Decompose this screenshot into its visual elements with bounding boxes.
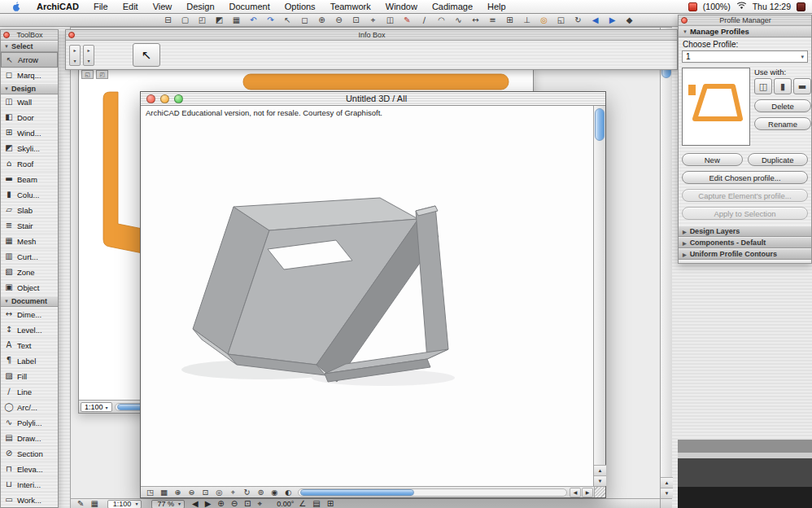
scroll-left-icon[interactable]: ◀ (570, 488, 581, 497)
pane-split-icon[interactable]: ◰ (96, 70, 108, 79)
scroll-down-icon[interactable]: ▼ (661, 488, 673, 498)
snap-guides-icon[interactable]: ◎ (536, 15, 552, 26)
resize-grip[interactable] (594, 487, 605, 497)
scale-popup[interactable]: 1:100 (81, 402, 112, 412)
rotate-icon[interactable]: ↻ (570, 15, 586, 26)
close-palette-button[interactable] (3, 32, 10, 38)
horizontal-scrollbar[interactable] (298, 488, 567, 497)
pane-split-icon[interactable]: ◱ (81, 70, 94, 79)
shadow-toggle-icon[interactable]: ◐ (282, 488, 295, 497)
grid-icon[interactable]: ⊞ (325, 500, 338, 508)
toolbox-item-fill[interactable]: ▨ Fill (1, 369, 58, 384)
toolbox-item-curtain-wall[interactable]: ▥ Curt... (1, 249, 58, 265)
pan-icon[interactable]: ⌖ (365, 15, 381, 26)
profile-select[interactable]: 1 (682, 50, 808, 63)
wifi-icon[interactable] (736, 2, 747, 11)
rename-button[interactable]: Rename (754, 117, 811, 130)
toolbox-item-roof[interactable]: ⌂ Roof (1, 156, 58, 172)
current-tool-indicator[interactable]: ↖ (133, 43, 160, 67)
pan-hand-icon[interactable]: ⌖ (226, 488, 240, 497)
menu-item[interactable]: Teamwork (323, 0, 378, 13)
apply-to-selection-button[interactable]: Apply to Selection (682, 207, 808, 220)
gravity-icon[interactable]: ⊥ (519, 15, 535, 26)
flyout-handle-icon[interactable] (69, 45, 81, 66)
print-icon[interactable]: ▦ (229, 15, 244, 26)
zoom-popup[interactable]: 77 % (151, 500, 185, 508)
toolbox-item-arrow[interactable]: ↖ Arrow (1, 52, 58, 68)
angle-icon[interactable]: ∠ (296, 500, 310, 508)
undo-icon[interactable]: ↶ (246, 15, 261, 26)
show-hide-toolbox-icon[interactable]: ⊟ (160, 15, 176, 26)
toolbox-item-marquee[interactable]: ◻ Marq... (1, 68, 58, 83)
toolbox-item-column[interactable]: ▮ Colu... (1, 187, 58, 203)
menu-item[interactable]: Document (222, 0, 277, 13)
zoom-out-icon[interactable]: ⊖ (331, 15, 347, 26)
toolbox-item-window[interactable]: ⊞ Wind... (1, 125, 58, 141)
toolbox-item-arc[interactable]: ◯ Arc/... (1, 400, 58, 415)
scrollbar-thumb[interactable] (595, 108, 605, 141)
redo-icon[interactable]: ↷ (263, 15, 278, 26)
column-icon[interactable]: ▮ (774, 78, 792, 94)
vertical-scrollbar[interactable]: ▲ ▼ (593, 106, 605, 486)
orbit-icon[interactable]: ↻ (240, 488, 254, 497)
zoom-button[interactable] (174, 94, 183, 103)
toolbox-item-zone[interactable]: ▧ Zone (1, 265, 58, 280)
scroll-down-icon[interactable]: ▼ (594, 475, 606, 486)
menu-item[interactable]: Help (480, 0, 513, 13)
toolbox-item-mesh[interactable]: ▦ Mesh (1, 234, 58, 249)
marquee-tool-icon[interactable]: ◻ (297, 15, 312, 26)
3d-window-titlebar[interactable]: Untitled 3D / All (141, 92, 605, 106)
info-box-titlebar[interactable]: Info Box (66, 30, 677, 41)
toolbox-item-door[interactable]: ◧ Door (1, 110, 58, 125)
toolbox-item-wall[interactable]: ◫ Wall (1, 94, 58, 110)
profile-manager-titlebar[interactable]: Profile Manager (679, 15, 811, 26)
flyout-handle-icon[interactable] (83, 45, 94, 66)
explore-icon[interactable]: ⊚ (254, 488, 268, 497)
menu-item[interactable]: Design (179, 0, 221, 13)
zoom-in-icon[interactable]: ⊕ (215, 500, 228, 508)
toolbox-section-document[interactable]: Document (1, 296, 58, 307)
toolbox-item-object[interactable]: ▣ Object (1, 280, 58, 296)
dimension-tool-icon[interactable]: ↔ (468, 15, 483, 26)
angle-readout[interactable]: 0.00° (273, 500, 296, 508)
wall-tool-icon[interactable]: ◫ (382, 15, 398, 26)
scroll-up-icon[interactable]: ▲ (594, 465, 606, 475)
scroll-up-icon[interactable]: ▲ (661, 477, 673, 488)
zoom-out-icon[interactable]: ⊖ (229, 500, 242, 508)
beam-icon[interactable]: ▬ (793, 78, 811, 94)
delete-button[interactable]: Delete (754, 99, 811, 112)
toolbox-item-text[interactable]: A Text (1, 338, 58, 353)
3d-view-mode-icon[interactable]: ◳ (143, 488, 157, 497)
profile-manager-collapsed-section[interactable]: Components - Default (679, 237, 811, 248)
arrow-tool-icon[interactable]: ↖ (280, 15, 295, 26)
fit-in-window-icon[interactable]: ⊡ (199, 488, 212, 497)
fit-in-window-icon[interactable]: ⊡ (348, 15, 364, 26)
scroll-right-icon[interactable]: ▶ (582, 488, 593, 497)
line-tool-icon[interactable]: ∕ (417, 15, 432, 26)
layer-settings-icon[interactable]: ≡ (485, 15, 500, 26)
vertical-scrollbar[interactable]: ▲ ▼ (660, 28, 672, 498)
scripts-menu-icon[interactable] (688, 2, 697, 11)
menu-item[interactable]: View (146, 0, 180, 13)
toolbox-item-dimension[interactable]: ↔ Dime... (1, 307, 58, 322)
new-project-icon[interactable]: ▢ (177, 15, 193, 26)
manage-profiles-header[interactable]: Manage Profiles (679, 26, 811, 37)
toolbox-item-line[interactable]: ∕ Line (1, 384, 58, 400)
toolbox-item-skylight[interactable]: ◩ Skyli... (1, 141, 58, 156)
menu-item[interactable]: File (86, 0, 116, 13)
menu-item[interactable]: Options (277, 0, 323, 13)
toolbox-item-label[interactable]: ¶ Label (1, 353, 58, 369)
zoom-out-icon[interactable]: ⊖ (185, 488, 199, 497)
scroll-zoom-icon[interactable]: ◎ (212, 488, 226, 497)
save-icon[interactable]: ◩ (212, 15, 227, 26)
3d-canvas[interactable]: ArchiCAD Educational version, not for re… (141, 106, 593, 486)
profile-manager-collapsed-section[interactable]: Design Layers (679, 226, 811, 237)
toolbox-item-slab[interactable]: ▱ Slab (1, 203, 58, 218)
apple-menu[interactable] (0, 1, 29, 12)
groups-icon[interactable]: ◱ (553, 15, 569, 26)
pen-set-icon[interactable]: ✎ (399, 15, 415, 26)
duplicate-button[interactable]: Duplicate (748, 153, 809, 166)
close-palette-button[interactable] (681, 17, 688, 24)
menu-item[interactable]: Window (378, 0, 425, 13)
close-button[interactable] (146, 94, 155, 103)
